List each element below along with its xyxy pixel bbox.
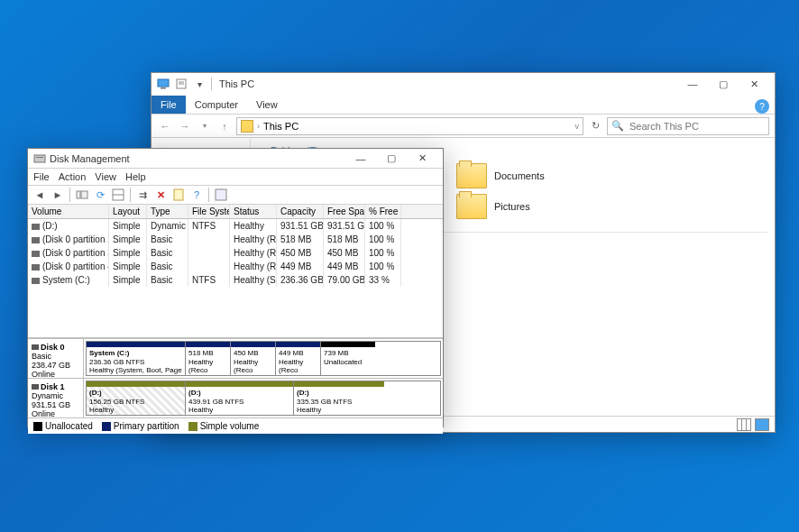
address-bar-row: ← → ▾ ↑ › This PC v ↻ 🔍 bbox=[152, 115, 775, 138]
dm-legend: Unallocated Primary partition Simple vol… bbox=[28, 417, 443, 434]
partition-band bbox=[294, 381, 384, 387]
dm-toolbar: ◄ ► ⟳ ⇉ ✕ ? bbox=[28, 185, 443, 205]
folder-icon bbox=[456, 163, 487, 188]
volume-list-header[interactable]: Volume Layout Type File System Status Ca… bbox=[28, 205, 443, 219]
svg-rect-12 bbox=[216, 189, 226, 200]
close-button[interactable]: ✕ bbox=[739, 73, 769, 95]
svg-rect-7 bbox=[77, 191, 80, 198]
disk-graphical-view[interactable]: Disk 0Basic238.47 GBOnlineSystem (C:)236… bbox=[28, 338, 443, 417]
view-large-icons-icon[interactable] bbox=[755, 418, 769, 431]
scope-icon[interactable] bbox=[74, 187, 90, 203]
partition[interactable]: 450 MBHealthy (Reco bbox=[231, 342, 276, 375]
disk-row[interactable]: Disk 0Basic238.47 GBOnlineSystem (C:)236… bbox=[28, 338, 443, 378]
maximize-button[interactable]: ▢ bbox=[708, 73, 739, 95]
search-input[interactable]: 🔍 bbox=[607, 117, 769, 135]
svg-rect-11 bbox=[174, 189, 183, 200]
back-icon[interactable]: ◄ bbox=[32, 187, 48, 203]
address-dropdown-chevron[interactable]: v bbox=[575, 122, 580, 131]
partition[interactable]: 518 MBHealthy (Reco bbox=[186, 342, 231, 375]
col-filesystem[interactable]: File System bbox=[188, 205, 230, 218]
partition[interactable]: 449 MBHealthy (Reco bbox=[276, 342, 321, 375]
nav-recent-chevron[interactable]: ▾ bbox=[197, 118, 213, 134]
folder-icon bbox=[456, 194, 487, 219]
partition[interactable]: 739 MBUnallocated bbox=[321, 342, 375, 375]
address-segment[interactable]: This PC bbox=[263, 121, 298, 132]
tab-view[interactable]: View bbox=[247, 96, 287, 114]
search-field[interactable] bbox=[628, 120, 765, 133]
partition-container: System (C:)236.36 GB NTFSHealthy (System… bbox=[86, 341, 441, 376]
volume-row[interactable]: System (C:)SimpleBasicNTFSHealthy (S...2… bbox=[28, 273, 443, 287]
qat-chevron-icon[interactable]: ▾ bbox=[193, 78, 206, 90]
legend-simple: Simple volume bbox=[188, 421, 260, 431]
col-layout[interactable]: Layout bbox=[109, 205, 147, 218]
menu-file[interactable]: File bbox=[33, 171, 50, 182]
view-details-icon[interactable] bbox=[737, 418, 751, 431]
col-type[interactable]: Type bbox=[147, 205, 188, 218]
volume-icon bbox=[32, 251, 40, 257]
volume-row[interactable]: (Disk 0 partition 3)SimpleBasicHealthy (… bbox=[28, 246, 443, 260]
volume-icon bbox=[32, 224, 40, 230]
dm-maximize-button[interactable]: ▢ bbox=[376, 148, 407, 170]
partition-band bbox=[276, 342, 320, 347]
partition[interactable]: (D:)439.91 GB NTFSHealthy bbox=[186, 381, 294, 415]
partition[interactable]: (D:)335.35 GB NTFSHealthy bbox=[294, 381, 384, 415]
svg-rect-6 bbox=[36, 157, 43, 158]
volume-row[interactable]: (Disk 0 partition 4)SimpleBasicHealthy (… bbox=[28, 260, 443, 273]
folder-item[interactable]: Pictures bbox=[456, 194, 628, 219]
volume-row[interactable]: (Disk 0 partition 2)SimpleBasicHealthy (… bbox=[28, 233, 443, 246]
disk-icon bbox=[32, 384, 39, 390]
menu-action[interactable]: Action bbox=[59, 171, 87, 182]
ribbon-tabs: File Computer View ? bbox=[152, 95, 775, 115]
help-toolbar-icon[interactable]: ? bbox=[188, 187, 205, 203]
partition[interactable]: System (C:)236.36 GB NTFSHealthy (System… bbox=[87, 342, 186, 375]
partition-container: (D:)156.25 GB NTFSHealthy(D:)439.91 GB N… bbox=[86, 381, 441, 416]
menu-view[interactable]: View bbox=[95, 171, 116, 182]
svg-rect-8 bbox=[81, 191, 87, 198]
nav-up-button[interactable]: ↑ bbox=[216, 118, 233, 134]
disk-label: Disk 1Dynamic931.51 GBOnline bbox=[28, 379, 84, 417]
col-pct-free[interactable]: % Free bbox=[365, 205, 401, 218]
minimize-button[interactable]: — bbox=[677, 73, 708, 95]
partition[interactable]: (D:)156.25 GB NTFSHealthy bbox=[87, 381, 186, 415]
nav-forward-button[interactable]: → bbox=[177, 118, 193, 134]
delete-icon[interactable]: ✕ bbox=[152, 187, 169, 203]
disk-label: Disk 0Basic238.47 GBOnline bbox=[28, 339, 84, 378]
properties-icon[interactable] bbox=[175, 78, 188, 90]
folder-item[interactable]: Documents bbox=[456, 163, 628, 188]
connect-icon[interactable]: ⇉ bbox=[134, 187, 151, 203]
volume-list[interactable]: Volume Layout Type File System Status Ca… bbox=[28, 205, 443, 338]
dm-menu-bar: File Action View Help bbox=[28, 169, 443, 185]
refresh-button[interactable]: ↻ bbox=[587, 118, 603, 134]
nav-back-button[interactable]: ← bbox=[157, 118, 173, 134]
svg-rect-1 bbox=[161, 87, 166, 89]
legend-primary: Primary partition bbox=[102, 421, 179, 431]
explorer-title-bar[interactable]: ▾ This PC — ▢ ✕ bbox=[152, 73, 775, 95]
col-status[interactable]: Status bbox=[230, 205, 277, 218]
partition-band bbox=[87, 381, 185, 387]
forward-icon[interactable]: ► bbox=[50, 187, 66, 203]
properties-icon[interactable] bbox=[170, 187, 187, 203]
volume-row[interactable]: (D:)SimpleDynamicNTFSHealthy931.51 GB931… bbox=[28, 219, 443, 233]
dm-title-bar[interactable]: Disk Management — ▢ ✕ bbox=[28, 149, 443, 169]
disk-row[interactable]: Disk 1Dynamic931.51 GBOnline(D:)156.25 G… bbox=[28, 378, 443, 417]
pc-icon bbox=[157, 78, 170, 90]
svg-rect-5 bbox=[34, 155, 45, 162]
partition-band bbox=[231, 342, 275, 347]
show-hide-icon[interactable] bbox=[110, 187, 126, 203]
pc-folder-icon bbox=[241, 120, 253, 133]
refresh-icon[interactable]: ⟳ bbox=[92, 187, 108, 203]
col-capacity[interactable]: Capacity bbox=[277, 205, 324, 218]
col-free[interactable]: Free Spa... bbox=[324, 205, 365, 218]
help-icon[interactable]: ? bbox=[755, 99, 769, 114]
tab-computer[interactable]: Computer bbox=[186, 96, 247, 114]
partition-band bbox=[186, 342, 230, 347]
folder-label: Pictures bbox=[494, 201, 530, 212]
dm-close-button[interactable]: ✕ bbox=[407, 148, 437, 170]
address-bar[interactable]: › This PC v bbox=[236, 117, 583, 135]
dm-minimize-button[interactable]: — bbox=[345, 148, 376, 170]
volume-icon bbox=[32, 264, 40, 271]
col-volume[interactable]: Volume bbox=[28, 205, 109, 218]
tab-file[interactable]: File bbox=[152, 96, 186, 114]
settings-icon[interactable] bbox=[213, 187, 229, 203]
menu-help[interactable]: Help bbox=[125, 171, 146, 182]
